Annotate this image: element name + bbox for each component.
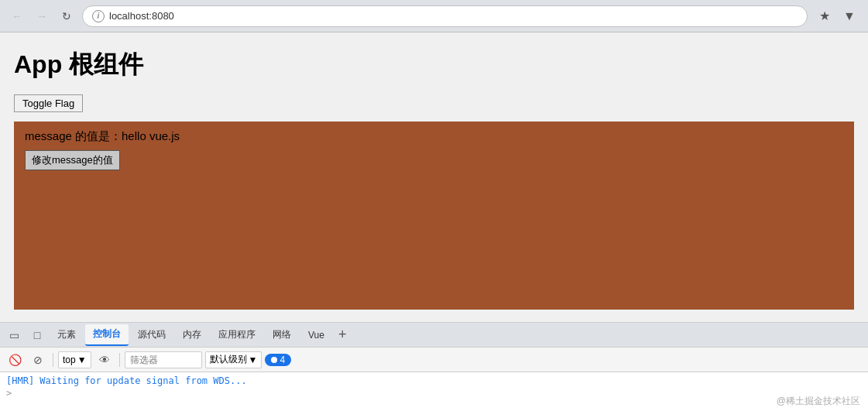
devtools-tab-bar: ▭ □ 元素 控制台 源代码 内存 应用程序 网络 Vue + (0, 323, 868, 348)
context-label: top (63, 354, 76, 365)
tab-elements[interactable]: 元素 (50, 324, 84, 346)
browser-actions: ★ ▼ (814, 5, 860, 27)
devtools-panel: ▭ □ 元素 控制台 源代码 内存 应用程序 网络 Vue + 🚫 ⊘ top … (0, 322, 868, 411)
browser-chrome: ← → ↻ i localhost:8080 ★ ▼ (0, 0, 868, 33)
brown-background-area (14, 178, 854, 310)
log-level-label: 默认级别 (210, 353, 247, 366)
forward-button[interactable]: → (33, 7, 51, 26)
address-bar[interactable]: i localhost:8080 (82, 5, 808, 27)
tab-source[interactable]: 源代码 (130, 324, 173, 346)
log-level-chevron: ▼ (249, 354, 258, 365)
back-button[interactable]: ← (8, 7, 26, 26)
eye-icon[interactable]: 👁 (94, 350, 115, 370)
watermark: @稀土掘金技术社区 (777, 395, 860, 408)
devtools-toolbar: 🚫 ⊘ top ▼ 👁 默认级别 ▼ 4 (0, 348, 868, 372)
count-dot (271, 357, 277, 363)
page-title: App 根组件 (14, 48, 854, 82)
toolbar-separator (53, 353, 53, 367)
context-chevron: ▼ (77, 354, 87, 365)
clear-console-button[interactable]: 🚫 (5, 350, 25, 370)
menu-icon[interactable]: ▼ (839, 5, 860, 27)
tab-vue[interactable]: Vue (300, 324, 332, 346)
reload-button[interactable]: ↻ (57, 7, 76, 26)
message-count: 4 (280, 354, 285, 365)
toggle-flag-button[interactable]: Toggle Flag (14, 94, 83, 112)
console-output: [HMR] Waiting for update signal from WDS… (0, 372, 868, 411)
console-prompt[interactable]: > (6, 388, 862, 399)
tab-network[interactable]: 网络 (265, 324, 299, 346)
modify-message-button[interactable]: 修改message的值 (25, 150, 120, 170)
filter-input[interactable] (125, 351, 202, 368)
console-line: [HMR] Waiting for update signal from WDS… (6, 375, 862, 386)
url-text: localhost:8080 (109, 10, 174, 22)
tab-application[interactable]: 应用程序 (211, 324, 263, 346)
message-text: message 的值是：hello vue.js (25, 129, 843, 144)
tab-memory[interactable]: 内存 (175, 324, 209, 346)
message-count-badge: 4 (265, 354, 291, 366)
page-content: App 根组件 Toggle Flag message 的值是：hello vu… (0, 33, 868, 310)
devtools-inspect-icon[interactable]: □ (26, 324, 48, 346)
context-selector[interactable]: top ▼ (58, 351, 91, 368)
tab-console[interactable]: 控制台 (85, 324, 129, 346)
devtools-device-icon[interactable]: ▭ (3, 324, 25, 346)
add-tab-button[interactable]: + (334, 327, 352, 343)
log-level-selector[interactable]: 默认级别 ▼ (205, 351, 262, 368)
message-section: message 的值是：hello vue.js 修改message的值 (14, 122, 854, 178)
console-settings-button[interactable]: ⊘ (28, 350, 48, 370)
bookmark-icon[interactable]: ★ (814, 5, 835, 27)
toolbar-separator2 (119, 353, 120, 367)
info-icon: i (92, 10, 105, 22)
